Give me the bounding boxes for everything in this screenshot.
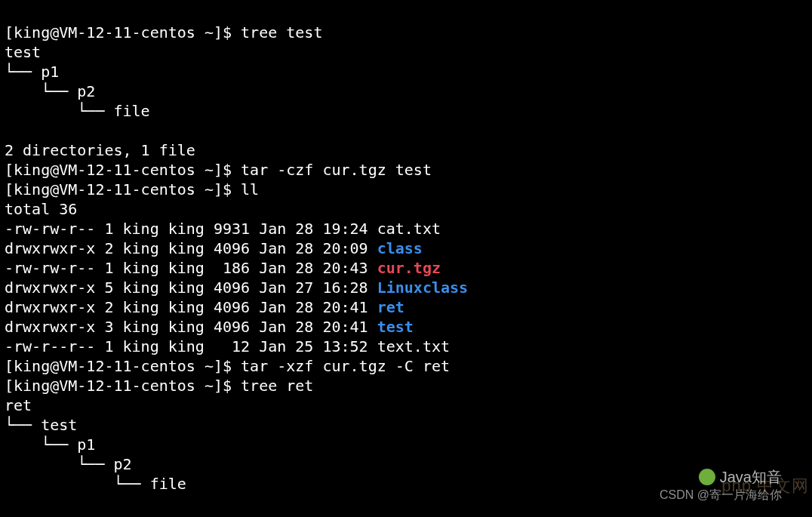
- tree-line: └── test: [5, 416, 77, 434]
- file-name: Linuxclass: [377, 279, 468, 297]
- watermark-php: php 中文网: [721, 476, 809, 496]
- file-name: cat.txt: [377, 220, 441, 238]
- cmd-ll: ll: [241, 180, 259, 198]
- tree-root: ret: [5, 396, 32, 414]
- prompt: [king@VM-12-11-centos ~]$: [5, 180, 241, 198]
- tree-line: └── p1: [5, 435, 95, 454]
- cmd-tar-create: tar -czf cur.tgz test: [241, 161, 432, 179]
- cmd-tree-ret: tree ret: [241, 377, 313, 395]
- tree-line: └── file: [5, 102, 150, 120]
- file-name: test: [377, 318, 414, 336]
- tree-summary: 2 directories, 1 file: [5, 141, 195, 159]
- prompt: [king@VM-12-11-centos ~]$: [5, 23, 241, 42]
- prompt: [king@VM-12-11-centos ~]$: [5, 357, 241, 375]
- cmd-tree-test: tree test: [241, 23, 322, 42]
- ll-total: total 36: [5, 200, 77, 218]
- terminal-output[interactable]: [king@VM-12-11-centos ~]$ tree test test…: [0, 0, 812, 517]
- tree-root: test: [5, 43, 41, 61]
- ll-listing: -rw-rw-r-- 1 king king 9931 Jan 28 19:24…: [5, 219, 807, 356]
- wechat-icon: [699, 469, 715, 485]
- tree-line: └── file: [5, 475, 186, 493]
- file-name: cur.tgz: [377, 259, 441, 277]
- file-name: ret: [377, 298, 404, 316]
- tree-line: └── p2: [5, 82, 95, 100]
- tree-line: └── p2: [5, 455, 132, 473]
- cmd-tar-extract: tar -xzf cur.tgz -C ret: [241, 357, 450, 375]
- tree-line: └── p1: [5, 63, 59, 81]
- prompt: [king@VM-12-11-centos ~]$: [5, 377, 241, 395]
- tree-summary: 3 directories, 1 file: [5, 514, 195, 517]
- file-name: text.txt: [377, 337, 450, 355]
- file-name: class: [377, 239, 423, 257]
- prompt: [king@VM-12-11-centos ~]$: [5, 161, 241, 179]
